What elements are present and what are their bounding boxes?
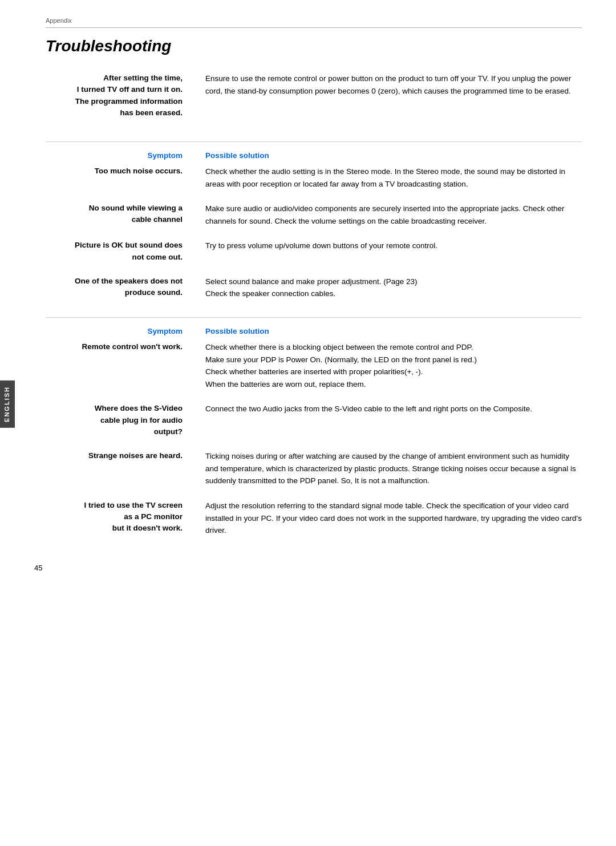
appendix-label: Appendix [46,17,582,24]
solution-too-much-noise: Check whether the audio setting is in th… [205,165,582,190]
symptom-remote-control: Remote control won't work. [46,341,194,390]
solution-remote-control: Check whether there is a blocking object… [205,341,582,390]
table2-header: Symptom Possible solution [46,327,582,335]
page-title: Troubleshooting [46,37,582,55]
table-row: Remote control won't work. Check whether… [46,341,582,390]
page-number: 45 [34,564,42,572]
symptom-svideo: Where does the S-Videocable plug in for … [46,403,194,438]
intro-solution: Ensure to use the remote control or powe… [205,72,582,119]
table1-header-symptom: Symptom [46,151,194,160]
solution-strange-noises: Ticking noises during or after watching … [205,450,582,487]
table-row: One of the speakers does notproduce soun… [46,276,582,300]
table1-header-solution: Possible solution [205,151,582,160]
top-divider [46,27,582,28]
table2: Symptom Possible solution Remote control… [46,327,582,537]
solution-tv-as-pc: Adjust the resolution referring to the s… [205,500,582,537]
table-row: Where does the S-Videocable plug in for … [46,403,582,438]
table-row: Picture is OK but sound doesnot come out… [46,240,582,263]
table-row: I tried to use the TV screenas a PC moni… [46,500,582,537]
solution-speaker-no-sound: Select sound balance and make proper adj… [205,276,582,300]
table2-header-symptom: Symptom [46,327,194,335]
symptom-no-sound-cable: No sound while viewing acable channel [46,203,194,227]
table1-header: Symptom Possible solution [46,151,582,160]
table-row: Too much noise occurs. Check whether the… [46,165,582,190]
solution-no-sound-cable: Make sure audio or audio/video component… [205,203,582,227]
solution-picture-ok-no-sound: Try to press volume up/volume down butto… [205,240,582,263]
table-row: No sound while viewing acable channel Ma… [46,203,582,227]
table2-header-solution: Possible solution [205,327,582,335]
solution-svideo: Connect the two Audio jacks from the S-V… [205,403,582,438]
symptom-tv-as-pc: I tried to use the TV screenas a PC moni… [46,500,194,537]
symptom-strange-noises: Strange noises are heard. [46,450,194,487]
symptom-speaker-no-sound: One of the speakers does notproduce soun… [46,276,194,300]
symptom-picture-ok-no-sound: Picture is OK but sound doesnot come out… [46,240,194,263]
table-row: Strange noises are heard. Ticking noises… [46,450,582,487]
table1: Symptom Possible solution Too much noise… [46,151,582,300]
intro-symptom: After setting the time, I turned TV off … [46,72,194,119]
section-divider-2 [46,317,582,318]
intro-section: After setting the time, I turned TV off … [46,72,582,119]
symptom-too-much-noise: Too much noise occurs. [46,165,194,190]
section-divider-1 [46,141,582,142]
